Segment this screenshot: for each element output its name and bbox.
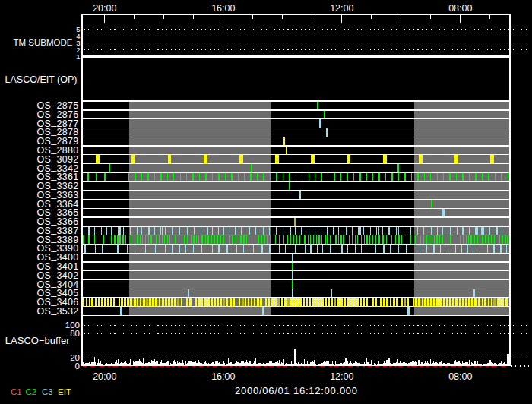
- svg-text:2000/06/01 16:12:00.000: 2000/06/01 16:12:00.000: [235, 385, 358, 396]
- svg-text:C3: C3: [42, 387, 53, 396]
- svg-text:C2: C2: [26, 387, 37, 396]
- svg-text:LASCO/EIT (OP): LASCO/EIT (OP): [5, 74, 78, 85]
- svg-text:TM SUBMODE: TM SUBMODE: [14, 38, 73, 47]
- svg-text:12:00: 12:00: [330, 371, 353, 382]
- svg-text:20:00: 20:00: [93, 3, 116, 14]
- svg-text:20:00: 20:00: [93, 371, 116, 382]
- svg-text:12:00: 12:00: [330, 3, 353, 14]
- svg-text:C1: C1: [11, 387, 22, 396]
- svg-text:0: 0: [75, 361, 80, 371]
- svg-text:EIT: EIT: [58, 387, 71, 396]
- svg-text:OS_3532: OS_3532: [37, 305, 79, 317]
- svg-text:08:00: 08:00: [448, 3, 472, 14]
- svg-text:1: 1: [76, 52, 80, 61]
- svg-text:08:00: 08:00: [448, 371, 472, 382]
- svg-text:LASCO−buffer: LASCO−buffer: [5, 335, 70, 346]
- svg-text:16:00: 16:00: [211, 3, 235, 14]
- svg-text:80: 80: [70, 329, 80, 338]
- svg-text:16:00: 16:00: [211, 371, 235, 382]
